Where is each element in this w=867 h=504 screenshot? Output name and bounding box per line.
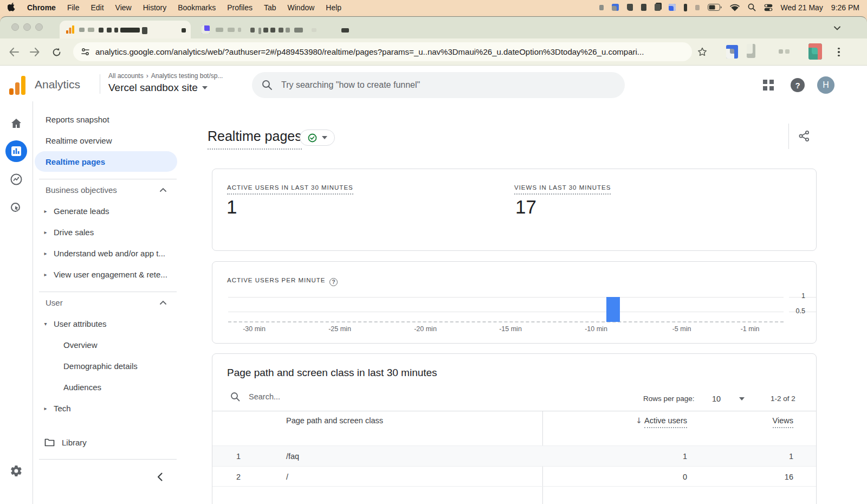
column-header-page-path[interactable]: Page path and screen class: [286, 416, 383, 425]
breadcrumb-property[interactable]: Analytics testing bot/sp...: [151, 72, 223, 80]
table-row[interactable]: 2 / 0 16: [212, 466, 816, 487]
expand-right-icon[interactable]: ▸: [40, 272, 51, 277]
status-app-icon[interactable]: [627, 4, 633, 11]
sidebar-item-demographic-details[interactable]: Demographic details: [33, 356, 177, 376]
sidebar-section-business-objectives[interactable]: Business objectives: [33, 179, 177, 200]
menu-item-window[interactable]: Window: [288, 3, 315, 12]
expand-right-icon[interactable]: ▸: [40, 405, 51, 411]
home-icon[interactable]: [10, 117, 23, 130]
sidebar-section-user[interactable]: User: [33, 292, 177, 313]
status-app-icon[interactable]: [655, 4, 661, 11]
sidebar-item-tech[interactable]: ▸Tech: [33, 398, 177, 418]
menu-item-bookmarks[interactable]: Bookmarks: [178, 3, 216, 12]
window-zoom-button[interactable]: [35, 23, 43, 31]
chrome-menu-button[interactable]: [830, 43, 847, 61]
reload-button[interactable]: [48, 43, 65, 61]
account-avatar[interactable]: H: [817, 76, 834, 94]
sidebar-item-audiences[interactable]: Audiences: [33, 377, 177, 397]
diagnostics-grid-icon[interactable]: [763, 80, 774, 91]
ga-search-input[interactable]: [280, 80, 615, 91]
status-app-icon[interactable]: [684, 4, 687, 11]
expand-right-icon[interactable]: ▸: [40, 229, 51, 235]
advertising-icon[interactable]: [10, 202, 23, 215]
address-bar[interactable]: analytics.google.com/analytics/web/?auth…: [73, 42, 692, 61]
rows-per-page-select[interactable]: 10: [712, 395, 721, 403]
sidebar-item-view-user-engagement[interactable]: ▸View user engagement & rete...: [33, 264, 177, 285]
sidebar-item-understand-web[interactable]: ▸Understand web and/or app t...: [33, 243, 177, 263]
table-search[interactable]: [230, 392, 356, 402]
status-app-icon[interactable]: [695, 5, 700, 10]
expand-right-icon[interactable]: ▸: [40, 250, 51, 256]
chart-title: ACTIVE USERS PER MINUTE?: [227, 277, 338, 286]
admin-gear-icon[interactable]: [10, 464, 23, 477]
share-icon[interactable]: [798, 130, 810, 144]
battery-icon[interactable]: [708, 4, 722, 11]
chrome-window: analytics.google.com/analytics/web/?auth…: [0, 16, 867, 504]
spotlight-search-icon[interactable]: [748, 3, 756, 11]
bookmark-star-icon[interactable]: [694, 43, 711, 61]
profile-avatar-icon[interactable]: [808, 43, 822, 60]
tab-search-caret-button[interactable]: [830, 22, 844, 34]
table-row[interactable]: 1 /faq 1 1: [212, 445, 816, 466]
breadcrumb-all-accounts[interactable]: All accounts: [108, 72, 144, 80]
page-title: Realtime pages: [208, 128, 302, 150]
sidebar-item-realtime-pages-active[interactable]: Realtime pages: [35, 151, 177, 172]
reports-nav-icon-active[interactable]: [5, 140, 27, 162]
redacted-tab-text: [258, 28, 261, 34]
status-app-icon[interactable]: [669, 4, 676, 11]
wifi-icon[interactable]: [730, 4, 740, 11]
sidebar-item-drive-sales[interactable]: ▸Drive sales: [33, 222, 177, 242]
sidebar-item-library[interactable]: Library: [33, 432, 177, 453]
site-settings-icon[interactable]: [81, 48, 90, 56]
column-header-views[interactable]: Views: [717, 416, 793, 425]
tab-second[interactable]: [196, 21, 359, 38]
menu-item-edit[interactable]: Edit: [90, 3, 103, 12]
forward-button[interactable]: [26, 43, 43, 61]
menu-item-history[interactable]: History: [143, 3, 167, 12]
window-minimize-button[interactable]: [23, 23, 31, 31]
window-close-button[interactable]: [11, 23, 19, 31]
collapse-sidebar-button[interactable]: [156, 472, 164, 484]
menu-item-help[interactable]: Help: [326, 3, 341, 12]
menu-item-tab[interactable]: Tab: [264, 3, 276, 12]
analytics-logo[interactable]: [9, 76, 25, 97]
menu-item-chrome[interactable]: Chrome: [27, 3, 56, 12]
sidebar-item-realtime-overview[interactable]: Realtime overview: [33, 130, 177, 151]
column-header-active-users[interactable]: ↓Active users: [579, 416, 687, 425]
sidebar-item-generate-leads[interactable]: ▸Generate leads: [33, 201, 177, 221]
menu-bar-date[interactable]: Wed 21 May: [781, 3, 823, 12]
url-text[interactable]: analytics.google.com/analytics/web/?auth…: [95, 47, 684, 56]
back-button[interactable]: [5, 43, 23, 61]
explore-icon[interactable]: [10, 173, 23, 186]
sidebar-item-overview[interactable]: Overview: [33, 334, 177, 355]
analytics-product-name[interactable]: Analytics: [35, 78, 80, 91]
expand-down-icon[interactable]: ▾: [40, 321, 51, 327]
menu-item-view[interactable]: View: [115, 3, 132, 12]
menu-item-profiles[interactable]: Profiles: [227, 3, 253, 12]
gridline-05: [228, 312, 784, 312]
status-app-icon[interactable]: [641, 4, 646, 11]
extension-icon[interactable]: [747, 44, 755, 58]
ga-search-bar[interactable]: [252, 72, 625, 98]
status-app-icon[interactable]: [599, 5, 604, 10]
extension-icon[interactable]: [726, 45, 738, 59]
property-selector[interactable]: Vercel sandbox site: [108, 82, 208, 94]
table-search-input[interactable]: [248, 392, 356, 402]
menu-bar-time[interactable]: 9:26 PM: [831, 3, 859, 12]
status-app-icon[interactable]: [612, 4, 619, 11]
gridline-1: [228, 297, 784, 298]
tab-analytics[interactable]: [60, 21, 191, 38]
apple-menu-icon[interactable]: [8, 3, 16, 12]
extension-icon[interactable]: [785, 49, 790, 54]
sidebar-item-user-attributes[interactable]: ▾User attributes: [33, 313, 177, 334]
menu-item-file[interactable]: File: [67, 3, 80, 12]
help-circle-icon[interactable]: ?: [329, 278, 338, 286]
control-center-icon[interactable]: [764, 4, 773, 11]
extension-icon[interactable]: [779, 49, 783, 54]
breadcrumb[interactable]: All accounts › Analytics testing bot/sp.…: [108, 72, 223, 80]
help-icon[interactable]: ?: [791, 78, 805, 92]
expand-right-icon[interactable]: ▸: [40, 208, 51, 214]
report-status-badge[interactable]: [300, 130, 335, 146]
sidebar-item-reports-snapshot[interactable]: Reports snapshot: [33, 109, 177, 130]
chevron-down-icon[interactable]: [739, 397, 745, 400]
